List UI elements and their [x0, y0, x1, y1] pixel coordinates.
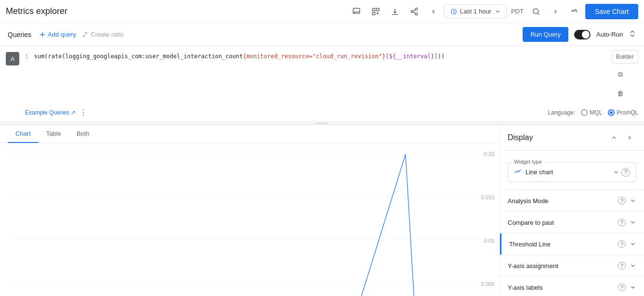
queries-right: Run Query Auto-Run [523, 27, 636, 42]
promql-radio[interactable]: PromQL [608, 109, 638, 116]
analysis-mode-section[interactable]: Analysis Mode ? [500, 190, 644, 212]
main-content: Chart Table Both 0.02 0.015 0.01 0.005 0 [0, 125, 644, 296]
chart-tabs: Chart Table Both [0, 125, 499, 143]
svg-point-4 [415, 8, 418, 10]
chart-container: 0.02 0.015 0.01 0.005 0 UTC-7 10:30 AM 1… [0, 143, 499, 296]
svg-rect-1 [372, 8, 375, 11]
timezone-label: PDT [509, 8, 526, 15]
query-line-number: 1 [25, 50, 28, 60]
metrics-icon-button[interactable] [566, 3, 583, 20]
save-chart-button[interactable]: Save Chart [585, 4, 638, 19]
compare-to-past-label: Compare to past [508, 219, 618, 226]
y-axis-assignment-section[interactable]: Y-axis assignment ? [500, 255, 644, 277]
analysis-mode-label: Analysis Mode [508, 197, 618, 205]
add-query-button[interactable]: Add query [39, 31, 76, 38]
queries-label: Queries [8, 31, 31, 39]
svg-rect-3 [372, 12, 375, 14]
download-icon-button[interactable] [386, 3, 404, 20]
language-section: Language: MQL PromQL [548, 109, 638, 116]
mql-radio-circle [581, 109, 588, 116]
example-queries-label: Example Queries ↗ [25, 109, 76, 116]
threshold-line-label: Threshold Line [509, 241, 618, 248]
svg-rect-2 [376, 8, 379, 11]
tab-table[interactable]: Table [39, 125, 69, 143]
widget-type-label: Widget type [512, 159, 544, 165]
threshold-line-help-icon[interactable]: ? [618, 240, 626, 248]
y-label-max: 0.02 [484, 151, 495, 157]
widget-type-value: Line chart [526, 168, 613, 176]
compare-to-past-section[interactable]: Compare to past ? [500, 212, 644, 233]
example-queries-link[interactable]: Example Queries ↗ [25, 109, 76, 116]
promql-radio-circle [608, 109, 615, 116]
auto-run-toggle[interactable] [574, 30, 591, 39]
display-collapse-up-button[interactable] [607, 131, 621, 144]
display-title: Display [508, 133, 607, 142]
y-axis-assignment-help-icon[interactable]: ? [618, 262, 626, 270]
queries-bar: Queries Add query Create ratio Run Query… [0, 23, 644, 46]
y-label-01: 0.01 [484, 238, 495, 244]
query-row: A 1 sum(rate(logging_googleapis_com:user… [0, 46, 644, 106]
drag-dots: — — [316, 120, 328, 126]
promql-label: PromQL [617, 109, 638, 116]
query-editor-area: A 1 sum(rate(logging_googleapis_com:user… [0, 46, 644, 125]
y-axis-assignment-label: Y-axis assignment [508, 262, 618, 270]
header-actions: Last 1 hour PDT Save Chart [348, 3, 638, 20]
chart-area: Chart Table Both 0.02 0.015 0.01 0.005 0 [0, 125, 499, 296]
search-icon-button[interactable] [527, 3, 545, 20]
compare-to-past-expand-icon [630, 219, 636, 226]
query-letter: A [6, 52, 19, 65]
builder-button[interactable]: Builder [612, 50, 638, 64]
y-axis-labels-help-icon[interactable]: ? [618, 283, 626, 291]
language-label: Language: [548, 109, 576, 116]
add-query-label: Add query [48, 31, 76, 38]
threshold-line-section[interactable]: Threshold Line ? [501, 233, 644, 255]
y-label-005: 0.005 [481, 281, 494, 287]
delete-query-button[interactable]: 🗑 [612, 85, 629, 102]
message-icon-button[interactable] [348, 3, 365, 20]
svg-point-8 [533, 9, 539, 14]
run-query-button[interactable]: Run Query [523, 27, 568, 42]
time-range-button[interactable]: Last 1 hour [444, 4, 507, 18]
back-icon-button[interactable] [425, 3, 442, 20]
y-axis-labels-expand-icon [630, 284, 636, 291]
compare-to-past-help-icon[interactable]: ? [618, 219, 626, 226]
tab-both[interactable]: Both [69, 125, 97, 143]
create-ratio-label: Create ratio [91, 31, 123, 38]
forward-icon-button[interactable] [547, 3, 564, 20]
line-chart-icon [514, 167, 522, 177]
mql-label: MQL [590, 109, 602, 116]
more-options-button[interactable]: ⋮ [79, 108, 87, 117]
y-axis-labels-label: Y-axis labels [508, 284, 618, 291]
collapse-queries-button[interactable] [629, 30, 636, 39]
widget-type-dropdown-arrow [613, 169, 619, 176]
app-header: Metrics explorer Last 1 hour PDT [0, 0, 644, 23]
mql-radio[interactable]: MQL [581, 109, 602, 116]
widget-type-section: Widget type Line chart ? [500, 151, 644, 190]
app-title: Metrics explorer [6, 6, 348, 16]
builder-label: Builder [616, 53, 634, 60]
y-axis-assignment-expand-icon [630, 262, 636, 269]
widget-type-select[interactable]: Widget type Line chart ? [508, 162, 636, 182]
display-expand-right-button[interactable] [623, 131, 636, 144]
chart-svg: 0.02 0.015 0.01 0.005 0 UTC-7 10:30 AM 1… [0, 147, 499, 296]
analysis-mode-help-icon[interactable]: ? [618, 197, 626, 205]
query-code-editor[interactable]: sum(rate(logging_googleapis_com:user_mod… [34, 50, 608, 63]
y-label-015: 0.015 [481, 194, 494, 200]
share-icon-button[interactable] [406, 3, 423, 20]
add-dashboard-icon-button[interactable] [367, 3, 384, 20]
y-axis-labels-section[interactable]: Y-axis labels ? [500, 277, 644, 296]
analysis-mode-expand-icon [630, 197, 636, 204]
query-footer: Example Queries ↗ ⋮ Language: MQL PromQL [0, 106, 644, 121]
threshold-line-row: Threshold Line ? [500, 233, 644, 255]
widget-type-help-icon[interactable]: ? [621, 168, 630, 177]
copy-query-button[interactable]: ⧉ [612, 65, 629, 83]
svg-point-6 [415, 13, 418, 15]
svg-point-5 [411, 10, 413, 13]
chart-line [11, 154, 490, 296]
display-actions [607, 131, 636, 144]
time-range-label: Last 1 hour [460, 8, 491, 15]
create-ratio-button[interactable]: Create ratio [82, 31, 123, 38]
tab-chart[interactable]: Chart [8, 125, 39, 143]
promql-radio-dot [610, 111, 613, 114]
drag-handle[interactable]: — — [0, 121, 644, 125]
